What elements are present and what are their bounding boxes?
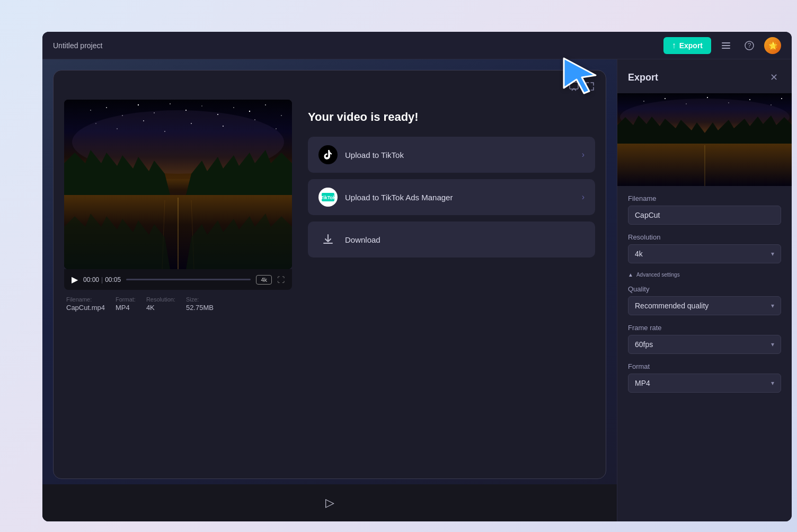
resolution-form-label: Resolution (628, 233, 781, 241)
resolution-group: Resolution 4k ▾ (628, 233, 781, 263)
svg-point-38 (665, 98, 666, 99)
svg-point-14 (201, 105, 202, 106)
project-title: Untitled project (53, 41, 102, 50)
layers-icon (721, 40, 731, 51)
framerate-group: Frame rate 60fps ▾ (628, 324, 781, 354)
advanced-collapse-icon: ▲ (628, 272, 633, 278)
modal-body: ▶ 00:00 | 00:05 4k ⛶ (64, 100, 595, 468)
export-thumb-image (617, 93, 792, 186)
editor-bottom: ▷ (42, 484, 617, 521)
tiktok-ads-icon: TikTok (318, 188, 338, 207)
export-form: Filename CapCut Resolution 4k ▾ ▲ Advanc… (617, 186, 792, 521)
bottom-play-button[interactable]: ▷ (325, 496, 334, 510)
export-thumbnail (617, 93, 792, 186)
total-time: 00:05 (105, 276, 121, 283)
svg-rect-1 (722, 45, 730, 46)
upload-tiktok-ads-button[interactable]: TikTok Upload to TikTok Ads Manager › (308, 179, 595, 215)
export-panel: Export ✕ (617, 59, 792, 521)
upload-tiktok-button[interactable]: Upload to TikTok › (308, 137, 595, 173)
layers-icon-btn[interactable] (718, 37, 734, 54)
filename-input[interactable]: CapCut (628, 206, 781, 225)
progress-bar[interactable] (126, 279, 251, 280)
chevron-right-ads-icon: › (582, 192, 585, 202)
svg-point-16 (233, 107, 234, 108)
svg-text:TikTok: TikTok (322, 195, 334, 200)
download-label: Download (345, 235, 380, 244)
filename-group: Filename CapCut (628, 194, 781, 225)
framerate-select[interactable]: 60fps ▾ (628, 335, 781, 354)
svg-point-40 (707, 97, 708, 98)
filename-value: CapCut.mp4 (66, 304, 105, 312)
svg-point-42 (749, 99, 750, 100)
video-thumbnail (64, 100, 292, 269)
svg-point-18 (265, 104, 266, 105)
svg-point-37 (643, 101, 644, 102)
filename-form-label: Filename (628, 194, 781, 202)
framerate-chevron-icon: ▾ (771, 341, 774, 348)
top-bar-actions: Export ? 🌟 (663, 37, 781, 54)
svg-text:?: ? (748, 42, 751, 49)
resolution-select[interactable]: 4k ▾ (628, 244, 781, 263)
quality-form-label: Quality (628, 285, 781, 293)
format-value: MP4 (116, 304, 136, 312)
main-content: ▶ 00:00 | 00:05 4k ⛶ (42, 59, 792, 521)
quality-select[interactable]: Recommended quality ▾ (628, 296, 781, 315)
help-icon: ? (744, 40, 755, 51)
svg-point-12 (170, 103, 171, 104)
upload-tiktok-ads-label: Upload to TikTok Ads Manager (345, 193, 453, 202)
framerate-select-value: 60fps (635, 340, 653, 349)
resolution-value: 4K (146, 304, 175, 312)
format-select[interactable]: MP4 ▾ (628, 374, 781, 393)
svg-point-17 (249, 111, 250, 112)
video-ready-modal: ▶ 00:00 | 00:05 4k ⛶ (53, 70, 606, 479)
play-button[interactable]: ▶ (72, 274, 78, 285)
quality-select-value: Recommended quality (635, 302, 709, 310)
svg-point-8 (106, 107, 107, 108)
lake-scene (64, 100, 292, 269)
format-group: Format MP4 ▾ (628, 362, 781, 393)
svg-point-43 (771, 104, 771, 105)
close-button[interactable]: ✕ (766, 70, 781, 85)
fullscreen-button[interactable]: ⛶ (277, 276, 285, 284)
svg-point-7 (90, 110, 91, 111)
user-avatar[interactable]: 🌟 (764, 37, 781, 54)
top-bar: Untitled project Export ? 🌟 (42, 32, 792, 59)
advanced-settings-toggle[interactable]: ▲ Advanced settings (628, 272, 781, 278)
meta-format: Format: MP4 (116, 296, 136, 312)
size-label: Size: (186, 296, 214, 303)
format-label: Format: (116, 296, 136, 303)
svg-point-19 (281, 115, 281, 116)
meta-size: Size: 52.75MB (186, 296, 214, 312)
download-button[interactable]: Download (308, 221, 595, 258)
export-panel-header: Export ✕ (617, 59, 792, 93)
svg-point-44 (781, 98, 782, 99)
tiktok-icon (318, 145, 338, 164)
resolution-chevron-icon: ▾ (771, 250, 774, 258)
quality-group: Quality Recommended quality ▾ (628, 285, 781, 315)
time-display: 00:00 | 00:05 (83, 276, 121, 283)
resolution-select-value: 4k (635, 250, 643, 258)
size-value: 52.75MB (186, 304, 214, 312)
export-button[interactable]: Export (663, 37, 711, 54)
video-actions: Your video is ready! Upload to TikTok › (308, 100, 595, 468)
quality-chevron-icon: ▾ (771, 302, 774, 309)
video-meta: Filename: CapCut.mp4 Format: MP4 Resolut… (64, 290, 292, 312)
current-time: 00:00 (83, 276, 99, 283)
svg-rect-2 (722, 48, 730, 49)
export-panel-title: Export (628, 72, 658, 83)
format-chevron-icon: ▾ (771, 379, 774, 387)
format-form-label: Format (628, 362, 781, 370)
svg-point-27 (276, 128, 276, 129)
video-preview: ▶ 00:00 | 00:05 4k ⛶ (64, 100, 292, 468)
filename-label: Filename: (66, 296, 105, 303)
meta-filename: Filename: CapCut.mp4 (66, 296, 105, 312)
svg-rect-0 (722, 42, 730, 43)
format-select-value: MP4 (635, 379, 650, 387)
editor-area: ▶ 00:00 | 00:05 4k ⛶ (42, 59, 617, 521)
modal-top-icons (64, 81, 595, 94)
meta-resolution: Resolution: 4K (146, 296, 175, 312)
download-icon (318, 230, 338, 249)
help-icon-btn[interactable]: ? (741, 37, 758, 54)
resolution-label: Resolution: (146, 296, 175, 303)
svg-point-10 (138, 104, 139, 105)
